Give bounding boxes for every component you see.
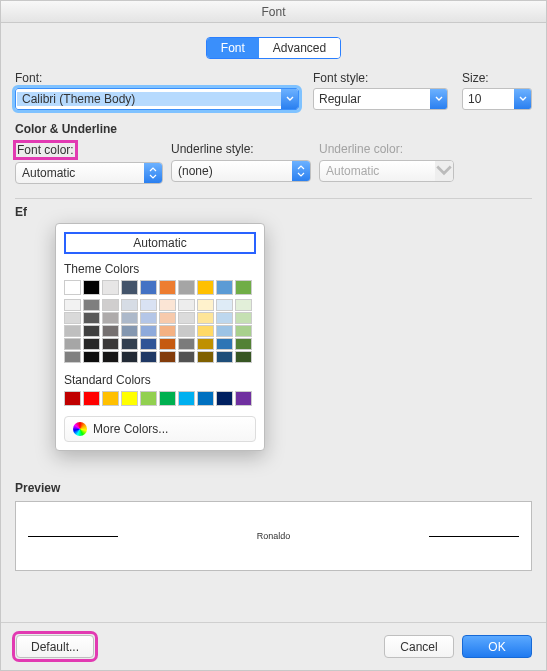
color-swatch[interactable] — [235, 351, 252, 363]
color-swatch[interactable] — [83, 351, 100, 363]
color-swatch[interactable] — [121, 338, 138, 350]
preview-area: Ronaldo — [15, 501, 532, 571]
underline-style-dropdown[interactable]: (none) — [171, 160, 311, 182]
standard-colors-header: Standard Colors — [64, 373, 256, 387]
effects-header: Ef — [15, 205, 532, 219]
automatic-color[interactable]: Automatic — [64, 232, 256, 254]
color-swatch[interactable] — [235, 338, 252, 350]
color-swatch[interactable] — [197, 312, 214, 324]
font-combo[interactable]: Calibri (Theme Body) — [15, 88, 299, 110]
chevron-down-icon[interactable] — [514, 89, 531, 109]
color-swatch[interactable] — [83, 338, 100, 350]
divider — [15, 198, 532, 199]
more-colors-button[interactable]: More Colors... — [64, 416, 256, 442]
color-swatch[interactable] — [102, 325, 119, 337]
color-swatch[interactable] — [121, 299, 138, 311]
color-swatch[interactable] — [140, 391, 157, 406]
color-swatch[interactable] — [102, 312, 119, 324]
tab-font[interactable]: Font — [207, 38, 259, 58]
color-swatch[interactable] — [178, 325, 195, 337]
font-value: Calibri (Theme Body) — [17, 92, 281, 106]
font-dialog: Font Font Advanced Font: Calibri (Theme … — [0, 0, 547, 671]
color-swatch[interactable] — [83, 280, 100, 295]
color-swatch[interactable] — [140, 351, 157, 363]
color-swatch[interactable] — [83, 391, 100, 406]
color-swatch[interactable] — [140, 280, 157, 295]
color-swatch[interactable] — [235, 280, 252, 295]
color-swatch[interactable] — [159, 325, 176, 337]
color-swatch[interactable] — [102, 351, 119, 363]
color-swatch[interactable] — [159, 351, 176, 363]
color-swatch[interactable] — [102, 280, 119, 295]
stepper-icon[interactable] — [144, 163, 162, 183]
color-swatch[interactable] — [216, 312, 233, 324]
color-swatch[interactable] — [102, 391, 119, 406]
color-swatch[interactable] — [216, 280, 233, 295]
color-swatch[interactable] — [121, 312, 138, 324]
color-swatch[interactable] — [178, 280, 195, 295]
color-swatch[interactable] — [64, 351, 81, 363]
color-swatch[interactable] — [216, 391, 233, 406]
color-swatch[interactable] — [102, 338, 119, 350]
color-swatch[interactable] — [216, 338, 233, 350]
color-swatch[interactable] — [197, 280, 214, 295]
default-button[interactable]: Default... — [16, 635, 94, 658]
stepper-icon[interactable] — [292, 161, 310, 181]
color-swatch[interactable] — [235, 325, 252, 337]
color-swatch[interactable] — [140, 312, 157, 324]
color-swatch[interactable] — [64, 299, 81, 311]
color-swatch[interactable] — [83, 312, 100, 324]
color-swatch[interactable] — [64, 338, 81, 350]
color-swatch[interactable] — [159, 312, 176, 324]
underline-color-value: Automatic — [320, 164, 435, 178]
color-swatch[interactable] — [216, 351, 233, 363]
color-swatch[interactable] — [64, 391, 81, 406]
color-swatch[interactable] — [178, 351, 195, 363]
color-wheel-icon — [73, 422, 87, 436]
color-swatch[interactable] — [235, 391, 252, 406]
color-swatch[interactable] — [178, 391, 195, 406]
color-picker-popover: Automatic Theme Colors Standard Colors M… — [55, 223, 265, 451]
color-swatch[interactable] — [64, 280, 81, 295]
color-swatch[interactable] — [178, 312, 195, 324]
font-style-combo[interactable]: Regular — [313, 88, 448, 110]
color-swatch[interactable] — [140, 338, 157, 350]
color-swatch[interactable] — [64, 325, 81, 337]
color-swatch[interactable] — [140, 299, 157, 311]
color-swatch[interactable] — [102, 299, 119, 311]
color-swatch[interactable] — [216, 299, 233, 311]
color-swatch[interactable] — [197, 351, 214, 363]
color-swatch[interactable] — [197, 391, 214, 406]
color-swatch[interactable] — [197, 338, 214, 350]
color-swatch[interactable] — [235, 312, 252, 324]
color-swatch[interactable] — [216, 325, 233, 337]
tab-advanced[interactable]: Advanced — [259, 38, 340, 58]
color-swatch[interactable] — [178, 338, 195, 350]
color-swatch[interactable] — [197, 299, 214, 311]
size-combo[interactable]: 10 — [462, 88, 532, 110]
chevron-down-icon[interactable] — [430, 89, 447, 109]
color-swatch[interactable] — [178, 299, 195, 311]
color-swatch[interactable] — [64, 312, 81, 324]
color-swatch[interactable] — [121, 351, 138, 363]
color-swatch[interactable] — [83, 325, 100, 337]
more-colors-label: More Colors... — [93, 422, 168, 436]
font-color-label: Font color: — [15, 142, 76, 158]
color-swatch[interactable] — [140, 325, 157, 337]
tab-bar: Font Advanced — [15, 37, 532, 59]
cancel-button[interactable]: Cancel — [384, 635, 454, 658]
color-swatch[interactable] — [121, 280, 138, 295]
color-swatch[interactable] — [235, 299, 252, 311]
color-swatch[interactable] — [83, 299, 100, 311]
color-swatch[interactable] — [121, 325, 138, 337]
color-swatch[interactable] — [197, 325, 214, 337]
color-swatch[interactable] — [159, 338, 176, 350]
chevron-down-icon[interactable] — [281, 89, 298, 109]
font-color-dropdown[interactable]: Automatic — [15, 162, 163, 184]
size-value: 10 — [463, 92, 514, 106]
color-swatch[interactable] — [159, 299, 176, 311]
color-swatch[interactable] — [159, 391, 176, 406]
color-swatch[interactable] — [159, 280, 176, 295]
ok-button[interactable]: OK — [462, 635, 532, 658]
color-swatch[interactable] — [121, 391, 138, 406]
